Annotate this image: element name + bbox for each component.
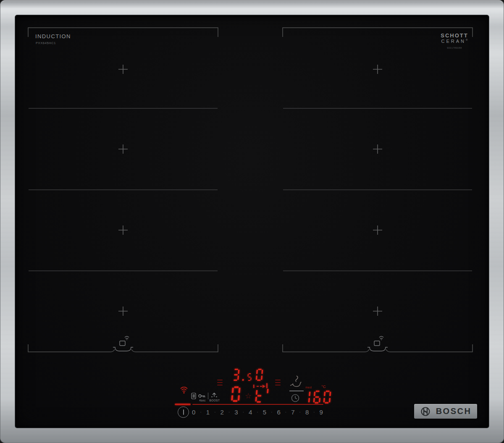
pan-position-cross-marks: [373, 65, 382, 316]
slider-dot: ·: [228, 409, 230, 414]
induction-hob: INDUCTION PXX645HC1 SCHOTT CERAN® 900178…: [0, 0, 504, 443]
display-right-rear-level[interactable]: [255, 369, 264, 381]
power-level-7[interactable]: 7: [291, 409, 294, 416]
fry-sensor-icon[interactable]: [289, 375, 302, 387]
power-slider[interactable]: 0·1·2·3·4·5·6·7·8·9: [192, 408, 323, 416]
slider-dot: ·: [214, 409, 216, 414]
power-level-0[interactable]: 0: [192, 409, 195, 416]
flex-zone-left-icon[interactable]: [217, 380, 223, 385]
boost-label: BOOST: [208, 399, 221, 402]
power-level-2[interactable]: 2: [220, 409, 223, 416]
wipe-protection-icon[interactable]: [191, 393, 196, 399]
power-button[interactable]: [178, 406, 189, 418]
display-left-rear-level[interactable]: [232, 369, 253, 381]
pan-detect-icon: [368, 336, 388, 351]
fry-temp-unit: °C: [321, 384, 326, 389]
key-lock-icon[interactable]: [198, 393, 206, 398]
boost-icon[interactable]: [211, 392, 218, 397]
power-level-8[interactable]: 8: [305, 409, 309, 416]
slider-dot: ·: [242, 409, 244, 414]
control-divider: [208, 393, 208, 399]
slider-dot: ·: [285, 409, 287, 414]
power-level-1[interactable]: 1: [206, 409, 210, 416]
zone-bottom-bracket-right: [131, 344, 218, 352]
zone-bottom-bracket-left: [28, 344, 115, 352]
zone-top-bracket: [28, 28, 218, 37]
fry-section-divider: [289, 391, 304, 391]
pan-detect-icon: [113, 336, 133, 351]
power-level-4[interactable]: 4: [249, 409, 252, 416]
bosch-wordmark: BOSCH: [436, 406, 472, 416]
power-level-9[interactable]: 9: [320, 409, 323, 416]
slider-dot: ·: [257, 409, 258, 414]
cooking-zone-right: [282, 27, 473, 356]
slider-dot: ·: [313, 409, 315, 414]
clock-icon[interactable]: [291, 393, 300, 403]
display-fry-temperature: [302, 391, 332, 404]
slider-dot: ·: [271, 409, 273, 414]
power-level-5[interactable]: 5: [263, 409, 266, 416]
key-lock-hold-label: 4sec: [197, 399, 208, 402]
timer-run-icon[interactable]: [253, 383, 268, 388]
power-level-3[interactable]: 3: [234, 409, 238, 416]
power-level-6[interactable]: 6: [277, 409, 280, 416]
bosch-badge: BOSCH: [414, 404, 477, 419]
slider-dot: ·: [299, 409, 301, 414]
power-indicator-segment: [175, 404, 191, 405]
slider-indicator-line: [192, 404, 323, 405]
display-timer-function[interactable]: [255, 389, 270, 403]
flex-zone-right-icon[interactable]: [275, 380, 281, 385]
slider-dot: ·: [200, 409, 202, 414]
ceramic-glass-surface: INDUCTION PXX645HC1 SCHOTT CERAN® 900178…: [15, 15, 489, 428]
bosch-armature-icon: [420, 406, 431, 417]
star-favorite-icon[interactable]: ☆: [245, 392, 252, 400]
fry-temp-mode-label: med: [305, 386, 312, 389]
power-button-bar: [183, 409, 184, 415]
pan-position-cross-marks: [118, 65, 128, 316]
display-left-front-level[interactable]: [231, 386, 242, 402]
cooking-zone-left: [28, 27, 218, 356]
wifi-icon[interactable]: [180, 387, 188, 394]
